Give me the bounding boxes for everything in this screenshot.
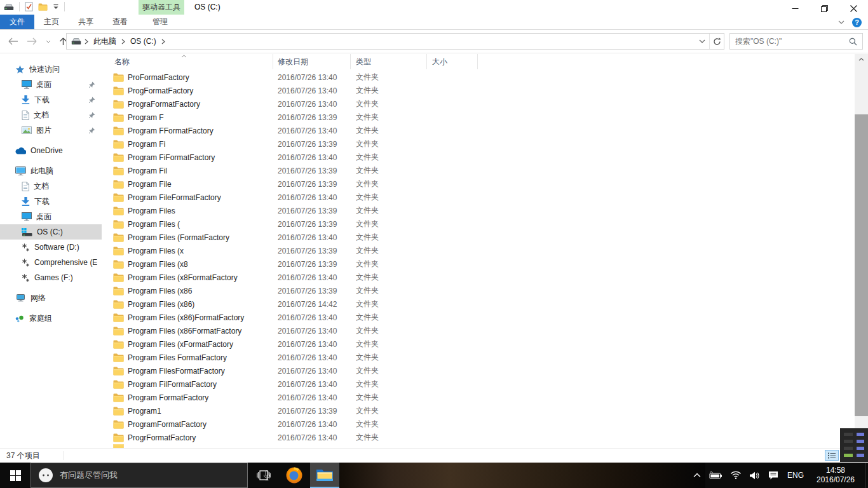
clock[interactable]: 14:58 2016/07/26	[809, 466, 862, 485]
sidebar-item-downloads[interactable]: 下载	[0, 194, 102, 209]
sidebar-item-downloads[interactable]: 下载	[0, 92, 102, 107]
file-row[interactable]: Program Files (x862016/07/26 13:39文件夹	[102, 284, 855, 297]
sidebar-item-desktop[interactable]: 桌面	[0, 77, 102, 92]
file-row[interactable]: Program Files (FormatFactory2016/07/26 1…	[102, 231, 855, 244]
sidebar-item-onedrive[interactable]: OneDrive	[0, 143, 102, 158]
column-header-name[interactable]: 名称	[102, 54, 273, 69]
vertical-scrollbar[interactable]	[855, 54, 868, 448]
file-row[interactable]: Program Files (x86)FormatFactory2016/07/…	[102, 311, 855, 324]
file-row[interactable]: Program Files2016/07/26 13:39文件夹	[102, 204, 855, 217]
column-header-size[interactable]: 大小	[427, 54, 478, 69]
address-bar[interactable]: 此电脑OS (C:)	[66, 33, 724, 50]
show-desktop-button[interactable]	[865, 463, 868, 488]
file-row[interactable]: Program Files (x8FormatFactory2016/07/26…	[102, 271, 855, 284]
file-row[interactable]: Program Files (x86)2016/07/26 14:42文件夹	[102, 297, 855, 311]
column-header-date[interactable]: 修改日期	[273, 54, 351, 69]
battery-charging-icon[interactable]	[705, 463, 726, 488]
tab-manage[interactable]: 管理	[137, 15, 183, 29]
sidebar-item-software-d[interactable]: Software (D:)	[0, 240, 102, 255]
file-type: 文件夹	[356, 365, 379, 376]
sidebar-item-network[interactable]: 网络	[0, 290, 102, 306]
tab-home[interactable]: 主页	[34, 15, 69, 29]
sidebar-item-homegroup[interactable]: 家庭组	[0, 311, 102, 326]
file-date-modified: 2016/07/26 13:40	[278, 73, 356, 82]
large-icons-view-button[interactable]	[840, 428, 868, 462]
folder-icon	[113, 220, 124, 229]
firefox-taskbar-button[interactable]	[280, 463, 309, 488]
hidden-icons-chevron-icon[interactable]	[689, 463, 705, 488]
file-row[interactable]: Program FileFormatFactory2016/07/26 13:4…	[102, 191, 855, 204]
file-row[interactable]: Program FFormatFactory2016/07/26 13:40文件…	[102, 124, 855, 137]
file-row[interactable]: PrograFormatFactory2016/07/26 13:40文件夹	[102, 97, 855, 111]
search-box[interactable]: 搜索"OS (C:)"	[729, 33, 863, 50]
drive-tools-context-tab[interactable]: 驱动器工具	[139, 0, 184, 15]
file-row[interactable]: Program FilesFormatFactory2016/07/26 13:…	[102, 364, 855, 377]
sidebar-item-documents[interactable]: 文档	[0, 107, 102, 123]
sidebar-item-quick-access[interactable]: 快速访问	[0, 62, 102, 77]
sidebar-item-pictures[interactable]: 图片	[0, 123, 102, 138]
customize-toolbar-caret[interactable]	[53, 4, 59, 10]
scroll-up-icon[interactable]	[855, 54, 868, 65]
file-row[interactable]: Program Files (x86FormatFactory2016/07/2…	[102, 324, 855, 337]
sidebar-item-os-c[interactable]: OS (C:)	[0, 224, 102, 240]
sidebar-item-this-pc[interactable]: 此电脑	[0, 163, 102, 179]
file-row[interactable]: Program FiFormatFactory2016/07/26 13:40文…	[102, 151, 855, 164]
new-folder-icon[interactable]	[38, 3, 48, 11]
breadcrumb-item-os-c[interactable]: OS (C:)	[127, 37, 159, 46]
file-type: 文件夹	[356, 272, 379, 283]
file-row[interactable]: Program Files (2016/07/26 13:39文件夹	[102, 217, 855, 231]
sidebar-item-comprehensive-e[interactable]: Comprehensive (E	[0, 255, 102, 270]
speaker-icon[interactable]	[745, 463, 764, 488]
ime-notification-icon[interactable]	[764, 463, 782, 488]
file-row[interactable]: Program Files (xFormatFactory2016/07/26 …	[102, 337, 855, 351]
recent-locations-chevron-icon[interactable]	[46, 40, 51, 43]
file-date-modified: 2016/07/26 13:40	[278, 126, 356, 135]
file-row[interactable]: Program12016/07/26 13:39文件夹	[102, 404, 855, 417]
collapse-ribbon-icon[interactable]	[838, 20, 844, 24]
breadcrumb-chevron-icon[interactable]	[119, 39, 127, 44]
file-row[interactable]: Program Files (x2016/07/26 13:39文件夹	[102, 244, 855, 257]
file-row[interactable]: Program Fil2016/07/26 13:39文件夹	[102, 164, 855, 177]
sidebar-item-desktop[interactable]: 桌面	[0, 209, 102, 224]
file-row[interactable]: Program FilFormatFactory2016/07/26 13:40…	[102, 377, 855, 391]
cortana-search-box[interactable]: 有问题尽管问我	[31, 463, 248, 488]
file-row[interactable]: ProgrFormatFactory2016/07/26 13:40文件夹	[102, 431, 855, 444]
address-dropdown-button[interactable]	[695, 34, 709, 49]
file-row[interactable]: ProgFormatFactory2016/07/26 13:40文件夹	[102, 84, 855, 97]
start-button[interactable]	[0, 463, 31, 488]
tab-view[interactable]: 查看	[103, 15, 137, 29]
location-drive-icon[interactable]	[71, 37, 81, 45]
file-row[interactable]: Program Files FormatFactory2016/07/26 13…	[102, 351, 855, 364]
file-row[interactable]: Program Files (x82016/07/26 13:39文件夹	[102, 257, 855, 271]
tile-bar-green	[844, 454, 853, 457]
sidebar-item-games-f[interactable]: Games (F:)	[0, 270, 102, 285]
file-date-modified: 2016/07/26 13:39	[278, 140, 356, 149]
file-row[interactable]: Program FormatFactory2016/07/26 13:40文件夹	[102, 391, 855, 404]
breadcrumb-chevron-icon[interactable]	[159, 39, 167, 44]
file-row[interactable]: Program File2016/07/26 13:39文件夹	[102, 177, 855, 191]
scrollbar-thumb[interactable]	[855, 114, 868, 416]
folder-icon	[113, 300, 124, 309]
nav-buttons	[8, 30, 67, 53]
tab-file[interactable]: 文件	[0, 15, 34, 29]
column-header-type[interactable]: 类型	[351, 54, 427, 69]
task-view-button[interactable]	[249, 463, 278, 488]
file-row[interactable]: ProgramFormatFactory2016/07/26 13:40文件夹	[102, 417, 855, 431]
help-icon[interactable]: ?	[852, 18, 862, 27]
wifi-icon[interactable]	[726, 463, 745, 488]
details-view-button[interactable]	[825, 450, 839, 461]
breadcrumb-chevron-icon[interactable]	[83, 39, 90, 44]
sidebar-item-documents[interactable]: 文档	[0, 179, 102, 194]
file-row[interactable]: Program F2016/07/26 13:39文件夹	[102, 111, 855, 124]
file-row[interactable]: Program Fi2016/07/26 13:39文件夹	[102, 137, 855, 151]
refresh-button[interactable]	[709, 34, 724, 49]
language-indicator[interactable]: ENG	[782, 471, 809, 480]
tab-share[interactable]: 共享	[69, 15, 103, 29]
back-icon[interactable]	[8, 37, 18, 45]
properties-check-icon[interactable]	[25, 2, 33, 11]
breadcrumb-item-this-pc[interactable]: 此电脑	[90, 36, 119, 47]
forward-icon[interactable]	[27, 37, 37, 45]
search-icon[interactable]	[849, 37, 857, 46]
file-row[interactable]: ProFormatFactory2016/07/26 13:40文件夹	[102, 71, 855, 84]
file-explorer-taskbar-button[interactable]	[310, 463, 339, 488]
